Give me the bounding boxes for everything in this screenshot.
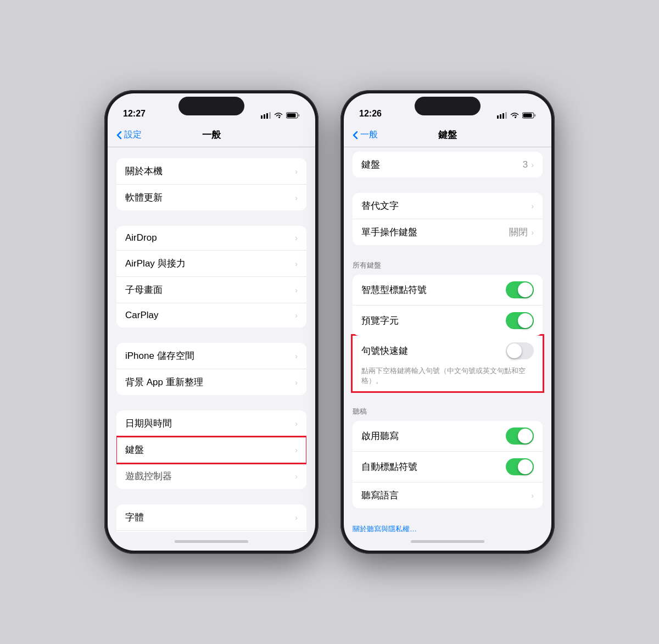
- keyboard-menu-item[interactable]: 鍵盤 ›: [116, 437, 306, 463]
- chevron-icon: ›: [295, 419, 298, 428]
- list-item[interactable]: CarPlay ›: [116, 303, 306, 327]
- chevron-icon: ›: [531, 491, 534, 500]
- list-item[interactable]: 單手操作鍵盤 關閉 ›: [353, 219, 543, 245]
- phone-1: 12:27: [104, 90, 319, 554]
- list-item[interactable]: 預覽字元: [353, 306, 543, 336]
- list-item[interactable]: 替代文字 ›: [353, 193, 543, 219]
- dictation-privacy-link[interactable]: 關於聽寫與隱私權…: [344, 524, 551, 532]
- list-item[interactable]: 自動標點符號: [353, 452, 543, 482]
- chevron-icon: ›: [295, 446, 298, 454]
- home-indicator-2: [344, 532, 551, 551]
- list-item[interactable]: 智慧型標點符號: [353, 275, 543, 306]
- chevron-icon: ›: [295, 378, 298, 387]
- dictation-section: 聽稿 啟用聽寫 自動標點符號 聽寫語: [344, 407, 551, 508]
- dictation-privacy-list: 關於聽寫與隱私權…: [344, 524, 551, 532]
- dynamic-island-1: [178, 97, 244, 115]
- dictation-list: 啟用聽寫 自動標點符號 聽寫語言 ›: [353, 421, 543, 508]
- auto-punctuation-toggle[interactable]: [506, 458, 534, 475]
- list-item[interactable]: 子母畫面 ›: [116, 277, 306, 303]
- settings-group-5: 字體 › 語言與地區 › 辭典 ›: [108, 504, 315, 532]
- settings-list-5: 字體 › 語言與地區 › 辭典 ›: [116, 504, 306, 532]
- chevron-icon: ›: [295, 286, 298, 295]
- list-item[interactable]: 日期與時間 ›: [116, 410, 306, 437]
- settings-list-1: 關於本機 › 軟體更新 ›: [116, 158, 306, 210]
- svg-rect-5: [287, 114, 296, 118]
- section-header: 聽稿: [344, 407, 551, 421]
- svg-rect-6: [298, 114, 300, 116]
- list-item[interactable]: 關於本機 ›: [116, 158, 306, 185]
- list-item[interactable]: AirPlay 與接力 ›: [116, 251, 306, 277]
- toggle-thumb: [518, 313, 533, 328]
- toggle-thumb: [507, 343, 522, 358]
- wifi-icon-1: [274, 112, 283, 119]
- nav-bar-1: 設定 一般: [108, 123, 315, 147]
- svg-rect-10: [505, 112, 507, 119]
- screen-2: 12:26: [344, 93, 551, 551]
- home-indicator-1: [108, 532, 315, 551]
- battery-icon-2: [522, 112, 536, 119]
- chevron-icon: ›: [295, 513, 298, 522]
- period-shortcut-highlight: 句號快速鍵 點兩下空格鍵將輸入句號（中文句號或英文句點和空格）。: [353, 336, 543, 391]
- chevron-icon: ›: [531, 228, 534, 237]
- all-keyboards-list: 智慧型標點符號 預覽字元: [353, 275, 543, 336]
- svg-rect-1: [264, 114, 265, 119]
- toggle-thumb: [518, 459, 533, 474]
- list-item[interactable]: iPhone 儲存空間 ›: [116, 343, 306, 369]
- dynamic-island-2: [415, 97, 481, 115]
- chevron-icon: ›: [295, 167, 298, 176]
- chevron-left-icon-1: [116, 131, 122, 140]
- preview-toggle[interactable]: [506, 312, 534, 329]
- settings-group-3: iPhone 儲存空間 › 背景 App 重新整理 ›: [108, 343, 315, 395]
- wifi-icon-2: [510, 112, 519, 119]
- period-shortcut-item[interactable]: 句號快速鍵: [353, 336, 543, 366]
- svg-rect-2: [266, 113, 268, 119]
- back-button-2[interactable]: 一般: [353, 129, 378, 141]
- battery-icon-1: [286, 112, 300, 119]
- nav-bar-2: 一般 鍵盤: [344, 123, 551, 147]
- list-item[interactable]: 啟用聽寫: [353, 421, 543, 452]
- home-bar-1: [175, 540, 248, 543]
- toggle-thumb: [518, 429, 533, 443]
- chevron-icon: ›: [531, 160, 534, 169]
- list-item[interactable]: 鍵盤 3 ›: [353, 152, 543, 177]
- svg-rect-12: [523, 114, 532, 118]
- phone-2: 12:26: [340, 90, 555, 554]
- dictation-toggle[interactable]: [506, 428, 534, 445]
- text-section: 替代文字 › 單手操作鍵盤 關閉 ›: [344, 193, 551, 245]
- content-2: 鍵盤 3 › 替代文字 › 單手操作鍵盤: [344, 147, 551, 532]
- dictation-privacy-section: 關於聽寫與隱私權…: [344, 524, 551, 532]
- period-shortcut-toggle[interactable]: [506, 342, 534, 359]
- list-item[interactable]: 軟體更新 ›: [116, 185, 306, 210]
- chevron-icon: ›: [295, 352, 298, 360]
- content-1: 關於本機 › 軟體更新 › AirDrop ›: [108, 147, 315, 532]
- all-keyboards-section: 所有鍵盤 智慧型標點符號 預覽字元: [344, 260, 551, 391]
- list-item[interactable]: 語言與地區 ›: [116, 531, 306, 532]
- text-list: 替代文字 › 單手操作鍵盤 關閉 ›: [353, 193, 543, 245]
- signal-icon-2: [497, 112, 507, 119]
- nav-title-2: 鍵盤: [438, 129, 457, 141]
- svg-rect-0: [261, 115, 263, 119]
- svg-rect-8: [500, 114, 501, 119]
- back-button-1[interactable]: 設定: [116, 129, 142, 141]
- chevron-icon: ›: [295, 472, 298, 481]
- back-label-1: 設定: [124, 129, 142, 141]
- smart-punctuation-toggle[interactable]: [506, 281, 534, 298]
- screen-1: 12:27: [108, 93, 315, 551]
- settings-group-4: 日期與時間 › 鍵盤 › 遊戲控制器 ›: [108, 410, 315, 489]
- keyboards-section: 鍵盤 3 ›: [344, 152, 551, 177]
- list-item[interactable]: 字體 ›: [116, 504, 306, 531]
- list-item[interactable]: AirDrop ›: [116, 226, 306, 251]
- list-item[interactable]: 聽寫語言 ›: [353, 482, 543, 508]
- chevron-icon: ›: [295, 311, 298, 320]
- keyboards-list: 鍵盤 3 ›: [353, 152, 543, 177]
- period-shortcut-description: 點兩下空格鍵將輸入句號（中文句號或英文句點和空格）。: [353, 366, 543, 391]
- nav-title-1: 一般: [202, 129, 221, 141]
- toggle-thumb: [518, 282, 533, 297]
- list-item[interactable]: 背景 App 重新整理 ›: [116, 369, 306, 395]
- home-bar-2: [411, 540, 484, 543]
- settings-list-3: iPhone 儲存空間 › 背景 App 重新整理 ›: [116, 343, 306, 395]
- signal-icon-1: [261, 112, 271, 119]
- back-label-2: 一般: [360, 129, 378, 141]
- settings-group-2: AirDrop › AirPlay 與接力 › 子母畫面 › CarPlay ›: [108, 226, 315, 327]
- list-item[interactable]: 遊戲控制器 ›: [116, 463, 306, 489]
